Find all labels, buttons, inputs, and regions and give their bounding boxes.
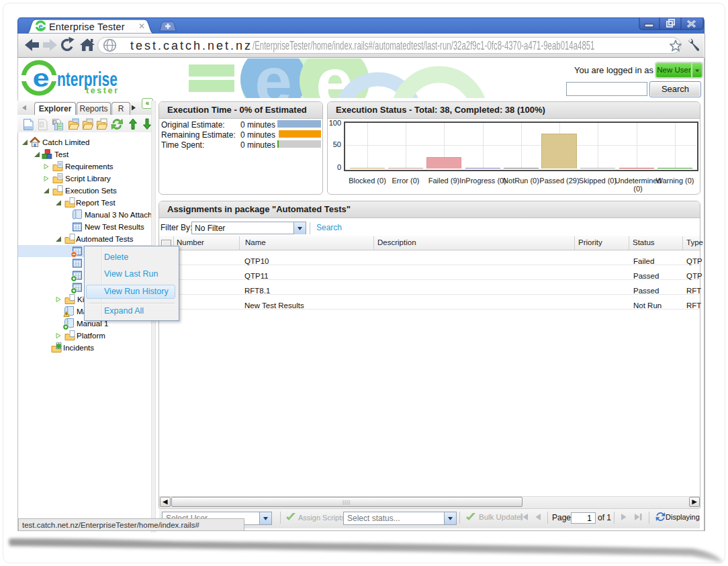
svg-text:e: e (33, 64, 50, 92)
svg-text:e: e (255, 58, 292, 98)
svg-text:e: e (38, 22, 42, 30)
